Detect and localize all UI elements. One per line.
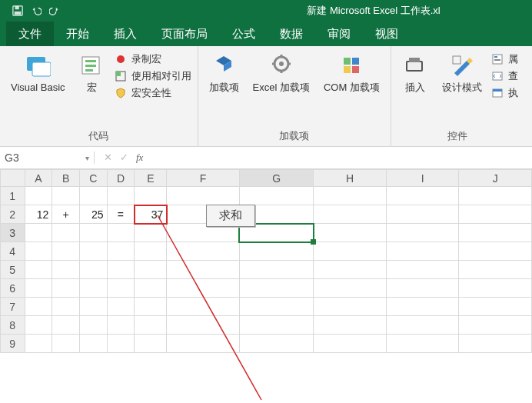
design-mode-button[interactable]: 设计模式: [437, 49, 487, 97]
group-addins-label: 加载项: [204, 128, 384, 145]
col-header[interactable]: C: [79, 170, 107, 187]
design-icon: [449, 52, 475, 78]
ribbon-tabs: 文件 开始 插入 页面布局 公式 数据 审阅 视图: [0, 22, 532, 46]
enter-icon[interactable]: ✓: [120, 152, 128, 164]
col-header[interactable]: D: [107, 170, 135, 187]
macros-label: 宏: [87, 82, 97, 94]
excel-addins-button[interactable]: Excel 加载项: [248, 49, 314, 97]
view-code-button[interactable]: 查: [491, 69, 518, 83]
properties-button[interactable]: 属: [491, 52, 518, 66]
rundlg-label: 执: [508, 86, 518, 100]
group-code: Visual Basic 宏 录制宏 使用相对引用: [0, 46, 198, 146]
svg-rect-20: [407, 62, 421, 70]
tab-data[interactable]: 数据: [268, 22, 315, 46]
com-addins-label: COM 加载项: [324, 82, 380, 94]
fx-icon[interactable]: fx: [136, 152, 143, 164]
svg-rect-25: [493, 72, 502, 80]
tab-insert[interactable]: 插入: [101, 22, 149, 46]
tab-layout[interactable]: 页面布局: [149, 22, 220, 46]
record-icon: [115, 53, 127, 65]
record-label: 录制宏: [131, 52, 161, 66]
worksheet-grid[interactable]: A B C D E F G H I J 1 2 12 + 2: [0, 169, 532, 403]
tab-formulas[interactable]: 公式: [220, 22, 268, 46]
vb-label: Visual Basic: [11, 82, 65, 94]
addins-label: 加载项: [209, 82, 239, 94]
svg-rect-17: [352, 66, 359, 73]
quick-access-toolbar: [0, 5, 60, 16]
tab-home[interactable]: 开始: [54, 22, 101, 46]
window-title: 新建 Microsoft Excel 工作表.xl: [0, 4, 532, 18]
redo-icon[interactable]: [49, 5, 60, 16]
addins-icon: [211, 52, 237, 78]
row-header[interactable]: 8: [1, 316, 25, 335]
row-header[interactable]: 1: [1, 187, 25, 205]
macro-security-button[interactable]: 宏安全性: [115, 86, 191, 100]
excel-addins-icon: [268, 52, 294, 78]
col-header[interactable]: I: [386, 170, 459, 187]
viewcode-label: 查: [508, 69, 518, 83]
svg-rect-8: [85, 69, 93, 72]
macros-icon: [79, 52, 105, 78]
formula-bar: G3 ▾ ✕ ✓ fx: [0, 147, 532, 169]
svg-point-13: [279, 62, 284, 66]
row-header[interactable]: 2: [1, 205, 25, 224]
svg-rect-14: [344, 58, 351, 65]
svg-rect-27: [493, 89, 502, 92]
cell[interactable]: +: [52, 205, 80, 224]
col-header[interactable]: A: [25, 170, 52, 187]
tab-file[interactable]: 文件: [6, 22, 54, 46]
svg-rect-23: [494, 56, 497, 58]
properties-label: 属: [508, 52, 518, 66]
col-header[interactable]: H: [314, 170, 387, 187]
row-header[interactable]: 3: [1, 224, 25, 242]
col-header[interactable]: G: [239, 170, 314, 187]
group-code-label: 代码: [6, 128, 191, 145]
row-header[interactable]: 4: [1, 242, 25, 261]
svg-rect-1: [15, 6, 19, 9]
cancel-icon[interactable]: ✕: [104, 152, 112, 164]
col-header[interactable]: J: [459, 170, 532, 187]
com-addins-icon: [338, 52, 364, 78]
cell[interactable]: =: [107, 205, 135, 224]
col-header[interactable]: B: [52, 170, 80, 187]
insert-control-button[interactable]: 插入: [397, 49, 433, 97]
relative-icon: [115, 70, 127, 82]
undo-icon[interactable]: [31, 5, 42, 16]
macros-button[interactable]: 宏: [75, 49, 110, 97]
sum-button[interactable]: 求和: [206, 205, 255, 227]
run-dialog-button[interactable]: 执: [491, 86, 518, 100]
tab-review[interactable]: 审阅: [315, 22, 363, 46]
row-header[interactable]: 6: [1, 279, 25, 298]
relative-ref-button[interactable]: 使用相对引用: [115, 69, 191, 83]
svg-rect-21: [453, 56, 461, 64]
svg-rect-24: [494, 59, 500, 61]
svg-rect-7: [85, 65, 96, 67]
tab-view[interactable]: 视图: [363, 22, 411, 46]
insert-control-label: 插入: [405, 82, 425, 94]
security-icon: [115, 87, 127, 99]
group-controls-label: 控件: [397, 128, 518, 145]
row-header[interactable]: 7: [1, 298, 25, 316]
col-header[interactable]: E: [135, 170, 167, 187]
rundlg-icon: [491, 87, 504, 99]
row-header[interactable]: 9: [1, 335, 25, 353]
relative-label: 使用相对引用: [131, 69, 191, 83]
col-header[interactable]: F: [167, 170, 240, 187]
com-addins-button[interactable]: COM 加载项: [319, 49, 384, 97]
visual-basic-button[interactable]: Visual Basic: [6, 49, 70, 97]
row-header[interactable]: 5: [1, 261, 25, 279]
cell[interactable]: 25: [79, 205, 107, 224]
properties-icon: [491, 53, 504, 65]
chevron-down-icon[interactable]: ▾: [85, 154, 89, 162]
vb-icon: [25, 52, 51, 78]
svg-rect-16: [344, 66, 351, 73]
name-box[interactable]: G3 ▾: [0, 152, 95, 164]
cell[interactable]: 12: [25, 205, 52, 224]
svg-rect-6: [85, 60, 96, 62]
addins-button[interactable]: 加载项: [204, 49, 244, 97]
record-macro-button[interactable]: 录制宏: [115, 52, 191, 66]
svg-rect-11: [116, 72, 121, 76]
cell-result[interactable]: 37: [135, 205, 167, 224]
save-icon[interactable]: [12, 5, 23, 16]
select-all-corner[interactable]: [1, 170, 25, 187]
